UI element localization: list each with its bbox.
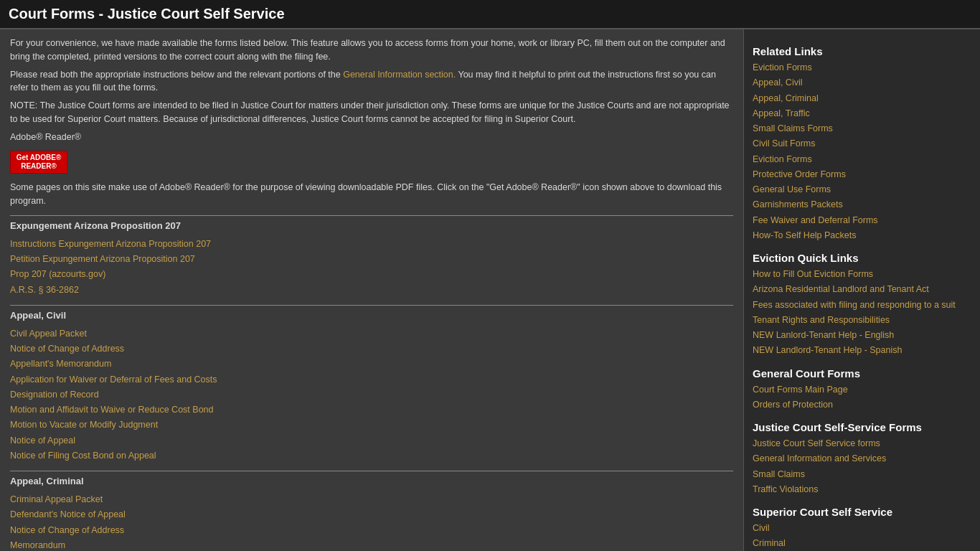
adobe-note: Some pages on this site make use of Adob… [10, 181, 733, 208]
section-heading-appeal-civil: Appeal, Civil [10, 310, 733, 321]
sidebar-justice-1[interactable]: General Information and Services [753, 451, 971, 466]
sidebar: Related Links Eviction Forms Appeal, Civ… [743, 29, 980, 551]
sidebar-general-court-heading: General Court Forms [753, 367, 971, 380]
sidebar-link-appeal-civil[interactable]: Appeal, Civil [753, 75, 971, 90]
section-appeal-civil: Appeal, Civil Civil Appeal Packet Notice… [10, 310, 733, 463]
section-heading-appeal-criminal: Appeal, Criminal [10, 476, 733, 486]
intro-paragraph-1: For your convenience, we have made avail… [10, 37, 733, 64]
adobe-reader-box: Get ADOBE® READER® [10, 151, 733, 174]
sidebar-eviction-4[interactable]: NEW Lanlord-Tenant Help - English [753, 328, 971, 343]
sidebar-justice-court-heading: Justice Court Self-Service Forms [753, 421, 971, 433]
section-heading-expungement: Expungement Arizona Proposition 207 [10, 220, 733, 231]
link-civil-7[interactable]: Notice of Appeal [10, 433, 733, 448]
link-expungement-3[interactable]: A.R.S. § 36-2862 [10, 283, 733, 298]
sidebar-related-heading: Related Links [753, 45, 971, 57]
sidebar-general-court: General Court Forms Court Forms Main Pag… [753, 367, 971, 413]
divider-appeal-civil [10, 305, 733, 306]
sidebar-eviction-1[interactable]: Arizona Residential Landlord and Tenant … [753, 282, 971, 297]
intro-paragraph-3: NOTE: The Justice Court forms are intend… [10, 99, 733, 126]
section-expungement: Expungement Arizona Proposition 207 Inst… [10, 220, 733, 298]
sidebar-superior-court: Superior Court Self Service Civil Crimin… [753, 506, 971, 551]
sidebar-eviction-links: Eviction Quick Links How to Fill Out Evi… [753, 252, 971, 359]
sidebar-general-1[interactable]: Orders of Protection [753, 397, 971, 413]
sidebar-eviction-0[interactable]: How to Fill Out Eviction Forms [753, 267, 971, 282]
sidebar-link-eviction-forms[interactable]: Eviction Forms [753, 60, 971, 75]
link-civil-2[interactable]: Appellant's Memorandum [10, 357, 733, 372]
page-title: Court Forms - Justice Court Self Service [0, 0, 980, 29]
sidebar-link-civil-suit[interactable]: Civil Suit Forms [753, 136, 971, 151]
sidebar-superior-1[interactable]: Criminal [753, 536, 971, 551]
link-civil-4[interactable]: Designation of Record [10, 387, 733, 402]
intro-paragraph-2: Please read both the appropriate instruc… [10, 68, 733, 95]
sidebar-superior-court-heading: Superior Court Self Service [753, 506, 971, 518]
link-civil-0[interactable]: Civil Appeal Packet [10, 326, 733, 342]
sidebar-eviction-3[interactable]: Tenant Rights and Responsibilities [753, 313, 971, 328]
sidebar-link-general-use[interactable]: General Use Forms [753, 182, 971, 197]
link-civil-8[interactable]: Notice of Filing Cost Bond on Appeal [10, 448, 733, 463]
sidebar-justice-2[interactable]: Small Claims [753, 467, 971, 482]
sidebar-link-garnishments[interactable]: Garnishments Packets [753, 197, 971, 212]
link-civil-5[interactable]: Motion and Affidavit to Waive or Reduce … [10, 402, 733, 418]
section-appeal-criminal: Appeal, Criminal Criminal Appeal Packet … [10, 476, 733, 551]
sidebar-eviction-heading: Eviction Quick Links [753, 252, 971, 264]
adobe-reader-label: Adobe® Reader® [10, 131, 733, 144]
sidebar-eviction-2[interactable]: Fees associated with filing and respondi… [753, 298, 971, 313]
sidebar-general-0[interactable]: Court Forms Main Page [753, 382, 971, 397]
link-civil-1[interactable]: Notice of Change of Address [10, 342, 733, 357]
sidebar-link-protective-order[interactable]: Protective Order Forms [753, 167, 971, 182]
link-criminal-0[interactable]: Criminal Appeal Packet [10, 492, 733, 507]
sidebar-eviction-5[interactable]: NEW Landlord-Tenant Help - Spanish [753, 343, 971, 358]
sidebar-link-fee-waiver[interactable]: Fee Waiver and Deferral Forms [753, 213, 971, 228]
sidebar-justice-3[interactable]: Traffic Violations [753, 482, 971, 497]
sidebar-link-eviction-forms-2[interactable]: Eviction Forms [753, 152, 971, 167]
sidebar-link-small-claims[interactable]: Small Claims Forms [753, 121, 971, 136]
link-expungement-0[interactable]: Instructions Expungement Arizona Proposi… [10, 237, 733, 252]
general-info-link[interactable]: General Information section. [343, 70, 456, 80]
divider-appeal-criminal [10, 471, 733, 471]
sidebar-related-links: Related Links Eviction Forms Appeal, Civ… [753, 45, 971, 243]
sidebar-justice-court: Justice Court Self-Service Forms Justice… [753, 421, 971, 497]
link-criminal-3[interactable]: Memorandum [10, 538, 733, 551]
sidebar-link-appeal-criminal[interactable]: Appeal, Criminal [753, 91, 971, 106]
link-expungement-1[interactable]: Petition Expungement Arizona Proposition… [10, 252, 733, 267]
link-civil-6[interactable]: Motion to Vacate or Modify Judgment [10, 418, 733, 433]
link-criminal-1[interactable]: Defendant's Notice of Appeal [10, 507, 733, 522]
sidebar-link-how-to[interactable]: How-To Self Help Packets [753, 228, 971, 243]
link-criminal-2[interactable]: Notice of Change of Address [10, 523, 733, 538]
sidebar-superior-0[interactable]: Civil [753, 521, 971, 536]
sidebar-link-appeal-traffic[interactable]: Appeal, Traffic [753, 106, 971, 121]
link-civil-3[interactable]: Application for Waiver or Deferral of Fe… [10, 372, 733, 387]
divider-expungement [10, 215, 733, 216]
link-expungement-2[interactable]: Prop 207 (azcourts.gov) [10, 267, 733, 282]
sidebar-justice-0[interactable]: Justice Court Self Service forms [753, 436, 971, 451]
adobe-reader-button[interactable]: Get ADOBE® READER® [10, 151, 67, 174]
